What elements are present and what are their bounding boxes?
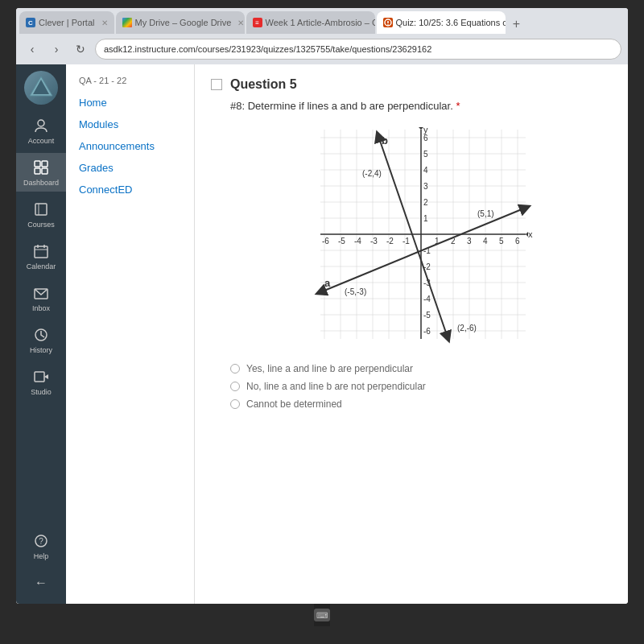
refresh-button[interactable]: ↻ bbox=[71, 39, 90, 59]
sidebar-item-inbox[interactable]: Inbox bbox=[16, 279, 66, 317]
tab-drive[interactable]: My Drive – Google Drive ✕ bbox=[116, 11, 245, 34]
sidebar-bottom: ? Help ← bbox=[16, 526, 66, 604]
address-bar-row: ‹ › ↻ asdk12.instructure.com/courses/231… bbox=[16, 34, 628, 64]
sidebar-item-studio[interactable]: Studio bbox=[16, 362, 66, 401]
svg-rect-18 bbox=[35, 372, 44, 382]
svg-text:-4: -4 bbox=[354, 237, 361, 246]
question-colon: : bbox=[242, 100, 247, 112]
answer-option-cannot[interactable]: Cannot be determined bbox=[230, 395, 612, 413]
tab-drive-label: My Drive – Google Drive bbox=[135, 18, 232, 27]
screen: C Clever | Portal ✕ My Drive – Google Dr… bbox=[16, 8, 628, 604]
question-header: Question 5 bbox=[211, 77, 612, 92]
calendar-label: Calendar bbox=[27, 262, 56, 270]
answer-cannot-label: Cannot be determined bbox=[246, 398, 342, 410]
svg-rect-6 bbox=[35, 161, 40, 167]
browser-content: Account Dashboard Courses bbox=[16, 64, 628, 604]
svg-text:-3: -3 bbox=[370, 237, 378, 246]
radio-yes[interactable] bbox=[230, 364, 240, 374]
radio-no[interactable] bbox=[230, 382, 240, 391]
point-label-2-neg6: (2,-6) bbox=[457, 324, 477, 332]
svg-text:-6: -6 bbox=[423, 327, 431, 336]
nav-announcements[interactable]: Announcements bbox=[66, 135, 194, 157]
studio-label: Studio bbox=[31, 388, 52, 396]
radio-cannot[interactable] bbox=[230, 399, 240, 409]
question-prompt: Determine if lines a and b are perpendic… bbox=[248, 100, 453, 112]
tab-quiz-label: Quiz: 10/25: 3.6 Equations of Pa bbox=[396, 18, 506, 27]
tab-bar: C Clever | Portal ✕ My Drive – Google Dr… bbox=[16, 8, 628, 34]
tab-clever-label: Clever | Portal bbox=[39, 18, 95, 27]
answer-option-no[interactable]: No, line a and line b are not perpendicu… bbox=[230, 378, 612, 395]
account-label: Account bbox=[28, 137, 55, 145]
point-label-neg2-4: (-2,4) bbox=[362, 169, 382, 178]
svg-text:2: 2 bbox=[423, 198, 428, 207]
nav-modules[interactable]: Modules bbox=[66, 114, 194, 135]
forward-button[interactable]: › bbox=[47, 39, 66, 59]
question-checkbox[interactable] bbox=[211, 79, 222, 90]
tab-drive-close[interactable]: ✕ bbox=[237, 19, 244, 27]
svg-text:5: 5 bbox=[499, 237, 504, 246]
svg-text:6: 6 bbox=[515, 237, 520, 246]
sidebar-item-calendar[interactable]: Calendar bbox=[16, 237, 66, 275]
nav-home[interactable]: Home bbox=[66, 92, 194, 114]
question-number: #8 bbox=[230, 100, 242, 112]
sidebar-item-account[interactable]: Account bbox=[16, 111, 66, 150]
answer-option-yes[interactable]: Yes, line a and line b are perpendicular bbox=[230, 360, 612, 378]
laptop-bezel: C Clever | Portal ✕ My Drive – Google Dr… bbox=[0, 0, 644, 644]
answer-no-label: No, line a and line b are not perpendicu… bbox=[246, 381, 426, 392]
account-icon bbox=[31, 116, 51, 135]
article-favicon: ≡ bbox=[253, 18, 262, 27]
calendar-icon bbox=[31, 242, 51, 261]
history-label: History bbox=[30, 346, 52, 354]
history-icon bbox=[31, 325, 51, 345]
tab-quiz[interactable]: Quiz: 10/25: 3.6 Equations of Pa ✕ bbox=[377, 11, 506, 34]
svg-rect-10 bbox=[35, 204, 47, 215]
address-text: asdk12.instructure.com/courses/231923/qu… bbox=[104, 44, 431, 54]
back-button[interactable]: ‹ bbox=[23, 39, 42, 59]
svg-text:4: 4 bbox=[423, 166, 428, 175]
dashboard-icon bbox=[31, 158, 51, 177]
sidebar-item-courses[interactable]: Courses bbox=[16, 195, 66, 233]
svg-text:3: 3 bbox=[467, 237, 472, 246]
tab-article-label: Week 1 Article-Ambrosio – Goo bbox=[266, 18, 375, 27]
nav-grades[interactable]: Grades bbox=[66, 157, 194, 179]
svg-text:1: 1 bbox=[423, 214, 428, 223]
question-body: #8: Determine if lines a and b are perpe… bbox=[230, 100, 612, 413]
svg-text:6: 6 bbox=[423, 134, 428, 142]
svg-point-2 bbox=[387, 24, 388, 25]
point-label-5-1: (5,1) bbox=[477, 209, 494, 218]
help-label: Help bbox=[34, 552, 49, 560]
nav-connected[interactable]: ConnectED bbox=[66, 179, 194, 200]
tab-clever[interactable]: C Clever | Portal ✕ bbox=[19, 11, 114, 34]
courses-label: Courses bbox=[27, 221, 55, 229]
sidebar-item-dashboard[interactable]: Dashboard bbox=[16, 153, 66, 192]
svg-rect-12 bbox=[35, 246, 47, 258]
new-tab-button[interactable]: + bbox=[507, 14, 526, 34]
sidebar-item-history[interactable]: History bbox=[16, 320, 66, 359]
svg-rect-9 bbox=[42, 168, 47, 174]
quiz-favicon bbox=[383, 18, 393, 27]
graph-container: x y -6 -5 -4 -3 -2 -1 1 2 3 4 bbox=[230, 122, 612, 347]
point-label-neg5-neg3: (-5,-3) bbox=[345, 287, 366, 296]
keyboard-hint: ⌨ bbox=[314, 609, 330, 621]
svg-text:x: x bbox=[528, 229, 533, 239]
sidebar-item-help[interactable]: ? Help bbox=[16, 526, 66, 565]
question-text: #8: Determine if lines a and b are perpe… bbox=[230, 100, 612, 112]
tab-article[interactable]: ≡ Week 1 Article-Ambrosio – Goo ✕ bbox=[246, 11, 375, 34]
svg-rect-7 bbox=[42, 161, 47, 167]
sidebar-item-back[interactable]: ← bbox=[16, 568, 66, 597]
inbox-label: Inbox bbox=[32, 304, 50, 312]
studio-icon bbox=[31, 367, 51, 386]
course-nav: QA - 21 - 22 Home Modules Announcements … bbox=[66, 64, 195, 604]
svg-text:-4: -4 bbox=[423, 295, 431, 303]
line-b-letter: b bbox=[382, 134, 388, 147]
inbox-icon bbox=[31, 283, 51, 303]
line-a-letter: a bbox=[324, 277, 331, 289]
address-bar[interactable]: asdk12.instructure.com/courses/231923/qu… bbox=[95, 39, 621, 60]
svg-text:4: 4 bbox=[483, 237, 488, 246]
question-title: Question 5 bbox=[230, 77, 297, 92]
browser-chrome: C Clever | Portal ✕ My Drive – Google Dr… bbox=[16, 8, 628, 64]
svg-text:3: 3 bbox=[423, 182, 428, 191]
svg-text:5: 5 bbox=[423, 150, 428, 159]
svg-text:-1: -1 bbox=[402, 237, 410, 246]
tab-clever-close[interactable]: ✕ bbox=[101, 19, 108, 27]
